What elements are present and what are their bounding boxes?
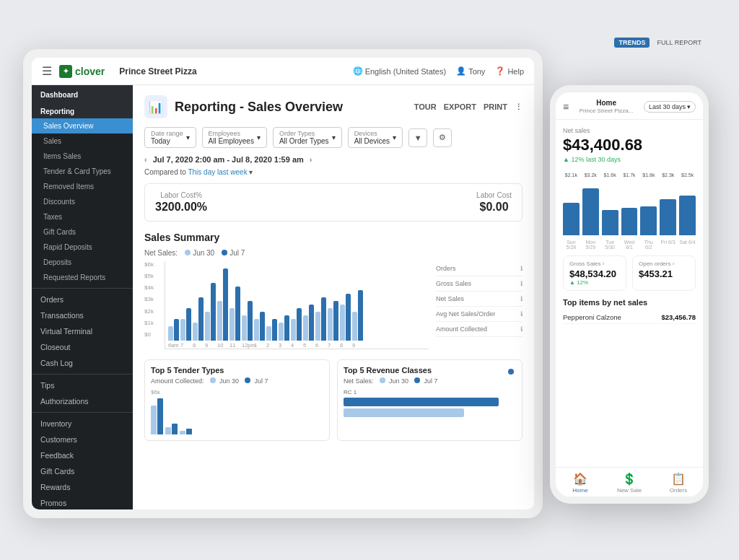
y-axis-labels: $6k $5k $4k $3k $2k $1k $0 bbox=[144, 261, 162, 338]
sidebar-item-gift-cards-rep[interactable]: Gift Cards bbox=[32, 224, 133, 240]
next-date-arrow[interactable]: › bbox=[310, 155, 312, 164]
top-bar: ☰ ✦ clover Prince Street Pizza 🌐 English… bbox=[32, 58, 534, 85]
sidebar-item-requested-reports[interactable]: Requested Reports bbox=[32, 270, 133, 285]
globe-icon: 🌐 bbox=[353, 66, 363, 76]
tender-bar-1 bbox=[151, 398, 163, 434]
sidebar-item-rapid-deposits[interactable]: Rapid Deposits bbox=[32, 240, 133, 255]
phone-nav-home[interactable]: 🏠 Home bbox=[556, 472, 605, 494]
sidebar-item-authorizations[interactable]: Authorizations bbox=[32, 393, 133, 409]
sidebar-item-tender-card[interactable]: Tender & Card Types bbox=[32, 164, 133, 179]
bar-group-1 bbox=[168, 319, 179, 341]
phone-open-orders-stat: Open orders › $453.21 bbox=[632, 255, 696, 291]
tour-button[interactable]: TOUR bbox=[414, 102, 437, 111]
order-types-filter[interactable]: Order Types All Order Types ▾ bbox=[273, 127, 342, 148]
labor-cost-value: Labor Cost $0.00 bbox=[476, 191, 512, 214]
sidebar-item-sales[interactable]: Sales bbox=[32, 134, 133, 149]
bar-group-2 bbox=[180, 308, 191, 341]
bar-group-3 bbox=[193, 297, 204, 341]
sidebar-section-dashboard[interactable]: Dashboard bbox=[32, 85, 133, 102]
date-range-text: Jul 7, 2020 2:00 am - Jul 8, 2020 1:59 a… bbox=[153, 155, 304, 164]
phone-content: Net sales $43,400.68 ▲ 12% last 30 days … bbox=[556, 120, 703, 467]
sidebar-item-transactions[interactable]: Transactions bbox=[32, 307, 133, 323]
divider-3 bbox=[32, 412, 133, 413]
sidebar-section-reporting[interactable]: Reporting bbox=[32, 102, 133, 118]
hamburger-icon[interactable]: ☰ bbox=[42, 64, 52, 78]
metric-amount-collected: Amount Collected ℹ bbox=[436, 322, 522, 337]
phone-stats-row: Gross Sales › $48,534.20 ▲ 12% Open orde… bbox=[563, 255, 696, 291]
bar-group-5 bbox=[217, 268, 228, 341]
more-icon[interactable]: ⋮ bbox=[515, 102, 522, 112]
divider-2 bbox=[32, 374, 133, 375]
compare-text: Compared to This day last week ▾ bbox=[144, 168, 522, 176]
phone-period-text: Last 30 days bbox=[649, 103, 686, 110]
chevron-down-icon-4: ▾ bbox=[393, 134, 396, 141]
compare-link[interactable]: This day last week bbox=[188, 168, 247, 176]
filter-icon[interactable]: ▼ bbox=[408, 128, 427, 147]
ph-x-2: Mon 5/29 bbox=[582, 240, 599, 250]
home-nav-label: Home bbox=[572, 487, 587, 494]
ph-x-6: Fri 6/3 bbox=[660, 240, 676, 250]
devices-filter[interactable]: Devices All Devices ▾ bbox=[348, 127, 403, 148]
revenue-title: Top 5 Revenue Classes bbox=[344, 366, 432, 375]
home-icon: 🏠 bbox=[573, 472, 587, 486]
sidebar-item-taxes[interactable]: Taxes bbox=[32, 209, 133, 224]
sidebar-item-closeout[interactable]: Closeout bbox=[32, 339, 133, 355]
prev-date-arrow[interactable]: ‹ bbox=[144, 155, 147, 164]
help-button[interactable]: ❓ Help bbox=[495, 66, 524, 76]
date-range-filter[interactable]: Date range Today ▾ bbox=[144, 127, 196, 148]
logo: ✦ clover bbox=[59, 65, 105, 78]
phone-nav-orders[interactable]: 📋 Orders bbox=[654, 472, 703, 494]
phone-chevron-icon: ▾ bbox=[687, 103, 691, 110]
sidebar-item-feedback[interactable]: Feedback bbox=[32, 447, 133, 463]
sidebar-item-cash-log[interactable]: Cash Log bbox=[32, 355, 133, 371]
content-area: Dashboard Reporting Sales Overview Sales… bbox=[32, 85, 534, 509]
settings-icon[interactable]: ⚙ bbox=[433, 128, 452, 147]
sidebar-item-orders[interactable]: Orders bbox=[32, 292, 133, 307]
sidebar-item-promos[interactable]: Promos bbox=[32, 495, 133, 509]
trends-badge[interactable]: TRENDS bbox=[614, 38, 650, 48]
help-label: Help bbox=[507, 67, 524, 76]
chart-metrics: Orders ℹ Gross Sales ℹ Net Sales ℹ bbox=[436, 261, 522, 349]
sidebar-item-tips[interactable]: Tips bbox=[32, 377, 133, 393]
title-actions: TOUR EXPORT PRINT ⋮ bbox=[414, 102, 522, 112]
phone-net-value: $43,400.68 bbox=[563, 136, 696, 154]
sidebar-item-gift-cards-nav[interactable]: Gift Cards bbox=[32, 463, 133, 479]
sidebar-item-customers[interactable]: Customers bbox=[32, 432, 133, 447]
sidebar-item-items-sales[interactable]: Items Sales bbox=[32, 149, 133, 164]
print-button[interactable]: PRINT bbox=[484, 102, 507, 111]
bar-val-6: $2.3k bbox=[662, 172, 674, 178]
devices-value: All Devices bbox=[354, 137, 390, 145]
bar-chart: 6am 7 8 9 10 11 12pm 1 2 3 bbox=[165, 261, 429, 349]
phone-open-orders-label[interactable]: Open orders › bbox=[639, 261, 689, 267]
bottom-charts: Top 5 Tender Types Amount Collected: Jun… bbox=[144, 359, 522, 441]
phone-hamburger-icon[interactable]: ≡ bbox=[563, 101, 569, 113]
sidebar-item-virtual-terminal[interactable]: Virtual Terminal bbox=[32, 323, 133, 339]
phone-gross-label[interactable]: Gross Sales › bbox=[569, 261, 620, 267]
sidebar-item-discounts[interactable]: Discounts bbox=[32, 194, 133, 209]
sales-summary-title: Sales Summary bbox=[144, 232, 522, 243]
chevron-down-icon-3: ▾ bbox=[332, 134, 336, 141]
phone-period-selector[interactable]: Last 30 days ▾ bbox=[644, 101, 696, 113]
full-report-badge[interactable]: FULL REPORT bbox=[652, 38, 706, 48]
new-sale-icon: 💲 bbox=[622, 472, 637, 486]
sidebar-item-rewards[interactable]: Rewards bbox=[32, 479, 133, 495]
x-axis-labels: 6am 7 8 9 10 11 12pm 1 2 3 bbox=[165, 341, 429, 349]
user-menu[interactable]: 👤 Tony bbox=[456, 66, 485, 76]
tablet-device: ☰ ✦ clover Prince Street Pizza 🌐 English… bbox=[23, 49, 543, 518]
language-label: English (United States) bbox=[365, 67, 447, 76]
new-sale-nav-label: New Sale bbox=[617, 487, 642, 494]
sidebar-item-sales-overview[interactable]: Sales Overview bbox=[32, 118, 133, 134]
sidebar-item-inventory[interactable]: Inventory bbox=[32, 416, 133, 432]
legend-jul: Jul 7 bbox=[222, 249, 245, 257]
bar-group-6 bbox=[229, 286, 240, 341]
page-title-row: 📊 Reporting - Sales Overview TOUR EXPORT… bbox=[144, 95, 522, 118]
revenue-legend-dot bbox=[508, 369, 514, 375]
sidebar-item-deposits[interactable]: Deposits bbox=[32, 255, 133, 270]
language-selector[interactable]: 🌐 English (United States) bbox=[353, 66, 447, 76]
sidebar-item-removed-items[interactable]: Removed Items bbox=[32, 179, 133, 194]
bar-val-5: $1.8k bbox=[642, 172, 655, 178]
phone-nav-new-sale[interactable]: 💲 New Sale bbox=[605, 472, 654, 494]
export-button[interactable]: EXPORT bbox=[444, 102, 476, 111]
page-title: Reporting - Sales Overview bbox=[175, 100, 343, 115]
employees-filter[interactable]: Employees All Employees ▾ bbox=[202, 127, 267, 148]
